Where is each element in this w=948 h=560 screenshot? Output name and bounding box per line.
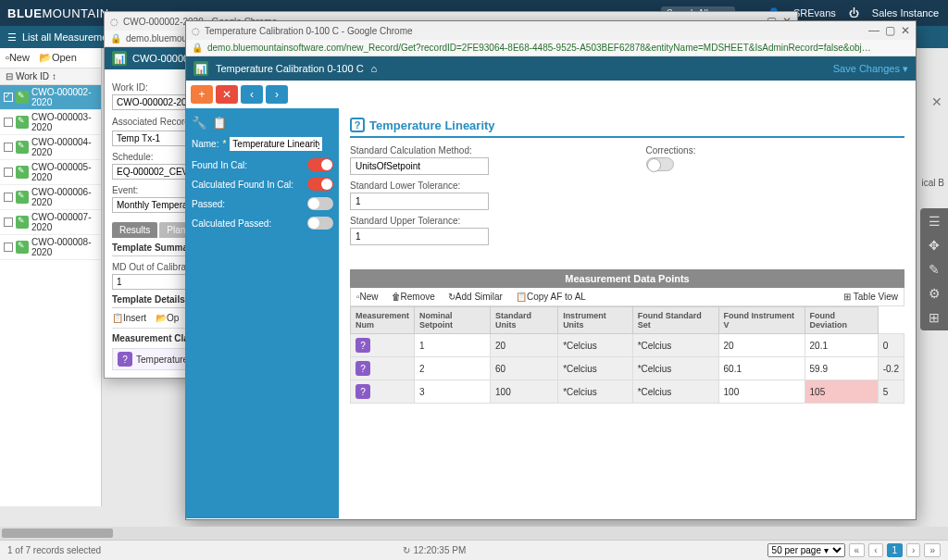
question-icon[interactable]: ? xyxy=(356,338,370,353)
col-nom[interactable]: Nominal Setpoint xyxy=(415,307,491,334)
close-icon[interactable]: ✕ xyxy=(931,94,942,109)
schedule-field[interactable] xyxy=(112,164,191,180)
user-name[interactable]: SREvans xyxy=(793,7,836,19)
table-row[interactable]: ? 3 100 *Celcius *Celcius 100 105 5 xyxy=(351,380,904,404)
dp-new-button[interactable]: ▫New xyxy=(356,292,379,302)
next-page-button[interactable]: › xyxy=(906,543,920,557)
checkbox[interactable] xyxy=(4,93,13,102)
col-fiv[interactable]: Found Instrument V xyxy=(718,307,805,334)
col-fd[interactable]: Found Deviation xyxy=(805,307,878,334)
maximize-icon[interactable]: ▢ xyxy=(885,24,895,37)
dp-tableview-button[interactable]: ⊞ Table View xyxy=(843,292,898,302)
corrections-toggle[interactable] xyxy=(646,157,674,171)
save-changes-button[interactable]: Save Changes ▾ xyxy=(833,63,908,75)
col-iu[interactable]: Instrument Units xyxy=(558,307,633,334)
dp-remove-button[interactable]: 🗑Remove xyxy=(392,292,435,302)
logo-b: MOUNTAIN xyxy=(42,6,108,20)
new-button[interactable]: ▫New xyxy=(6,52,30,64)
work-item[interactable]: CWO-000005-2020 xyxy=(0,160,101,185)
checkbox[interactable] xyxy=(4,243,13,252)
next-button[interactable]: › xyxy=(266,85,288,104)
work-item[interactable]: CWO-000008-2020 xyxy=(0,235,101,260)
work-item[interactable]: CWO-000006-2020 xyxy=(0,185,101,210)
corrections-label: Corrections: xyxy=(646,145,905,156)
passed-toggle[interactable] xyxy=(307,197,333,210)
insert-button[interactable]: 📋Insert xyxy=(112,313,146,323)
page-number[interactable]: 1 xyxy=(887,543,904,557)
temperature-item[interactable]: ? Temperature xyxy=(112,348,195,370)
copy-icon[interactable]: 📋 xyxy=(212,116,227,130)
wrench-icon[interactable]: 🔧 xyxy=(192,116,206,130)
open-button[interactable]: 📂Open xyxy=(39,52,77,64)
home-icon[interactable]: ⌂ xyxy=(371,63,378,74)
calc-passed-toggle[interactable] xyxy=(307,217,333,230)
found-toggle[interactable] xyxy=(307,158,333,171)
table-row[interactable]: ? 2 60 *Celcius *Celcius 60.1 59.9 -0.2 xyxy=(351,357,904,380)
chrome-icon: ◌ xyxy=(192,26,200,36)
datapoints-table: Measurement Num Nominal Setpoint Standar… xyxy=(350,306,904,404)
calc-found-label: Calculated Found In Cal: xyxy=(192,180,307,190)
edit-icon xyxy=(16,241,29,254)
col-fss[interactable]: Found Standard Set xyxy=(632,307,718,334)
name-input[interactable] xyxy=(230,137,322,151)
workid-field[interactable] xyxy=(112,94,191,110)
add-button[interactable]: + xyxy=(191,85,213,104)
minimize-icon[interactable]: — xyxy=(868,24,879,37)
std-method-field[interactable] xyxy=(350,157,489,175)
dp-copy-button[interactable]: 📋Copy AF to AL xyxy=(516,292,586,302)
calc-found-toggle[interactable] xyxy=(307,178,333,191)
horizontal-scrollbar[interactable] xyxy=(0,527,948,540)
sort-icon[interactable]: ↕ xyxy=(52,71,56,81)
delete-button[interactable]: ✕ xyxy=(216,85,238,104)
lock-icon: 🔒 xyxy=(110,33,121,44)
upper-field[interactable] xyxy=(350,228,489,245)
work-item[interactable]: CWO-000004-2020 xyxy=(0,135,101,160)
menu-icon[interactable]: ☰ xyxy=(7,31,17,44)
table-row[interactable]: ? 1 20 *Celcius *Celcius 20 20.1 0 xyxy=(351,334,904,357)
checkbox[interactable] xyxy=(4,193,13,202)
question-icon: ? xyxy=(118,352,132,367)
per-page-select[interactable]: 50 per page ▾ xyxy=(767,543,845,557)
first-page-button[interactable]: « xyxy=(849,543,866,557)
event-field[interactable] xyxy=(112,197,191,213)
prev-button[interactable]: ‹ xyxy=(241,85,263,104)
datapoints-header: Measurement Data Points xyxy=(350,269,904,288)
app-icon: 📊 xyxy=(112,51,127,66)
edit-icon xyxy=(16,116,29,129)
menu-icon[interactable]: ☰ xyxy=(929,214,941,229)
grid-icon[interactable]: ⊞ xyxy=(929,310,940,325)
move-icon[interactable]: ✥ xyxy=(929,238,940,253)
work-item[interactable]: CWO-000002-2020 xyxy=(0,85,101,110)
checkbox[interactable] xyxy=(4,218,13,227)
work-item[interactable]: CWO-000007-2020 xyxy=(0,210,101,235)
work-item[interactable]: CWO-000003-2020 xyxy=(0,110,101,135)
refresh-icon[interactable]: ↻ xyxy=(403,545,410,555)
close-icon[interactable]: ✕ xyxy=(901,24,910,37)
question-icon[interactable]: ? xyxy=(356,384,370,399)
settings-icon[interactable]: ⚙ xyxy=(929,286,941,301)
col-num[interactable]: Measurement Num xyxy=(351,307,415,334)
checkbox[interactable] xyxy=(4,168,13,177)
edit-icon[interactable]: ✎ xyxy=(929,262,940,277)
question-icon[interactable]: ? xyxy=(356,361,370,376)
checkbox[interactable] xyxy=(4,143,13,152)
url-text: demo.bluemountainsoftware.com/new_Record… xyxy=(207,43,874,53)
md-field[interactable] xyxy=(112,274,191,290)
assoc-field[interactable] xyxy=(112,131,191,146)
workid-header[interactable]: Work ID xyxy=(16,71,49,81)
tab-results[interactable]: Results xyxy=(112,222,157,238)
prev-page-button[interactable]: ‹ xyxy=(868,543,882,557)
collapse-icon[interactable]: ⊟ xyxy=(6,71,13,81)
question-icon[interactable]: ? xyxy=(350,118,365,132)
assoc-label: Associated Record: xyxy=(112,117,193,127)
dp-similar-button[interactable]: ↻Add Similar xyxy=(448,292,503,302)
time-text: 12:20:35 PM xyxy=(414,545,467,555)
section-title: Temperature Linearity xyxy=(369,118,495,132)
lower-field[interactable] xyxy=(350,193,489,210)
edit-icon xyxy=(16,166,29,179)
open-button2[interactable]: 📂Op xyxy=(156,313,179,323)
checkbox[interactable] xyxy=(4,118,13,127)
last-page-button[interactable]: » xyxy=(924,543,941,557)
col-su[interactable]: Standard Units xyxy=(491,307,558,334)
instance-name[interactable]: Sales Instance xyxy=(872,7,939,19)
